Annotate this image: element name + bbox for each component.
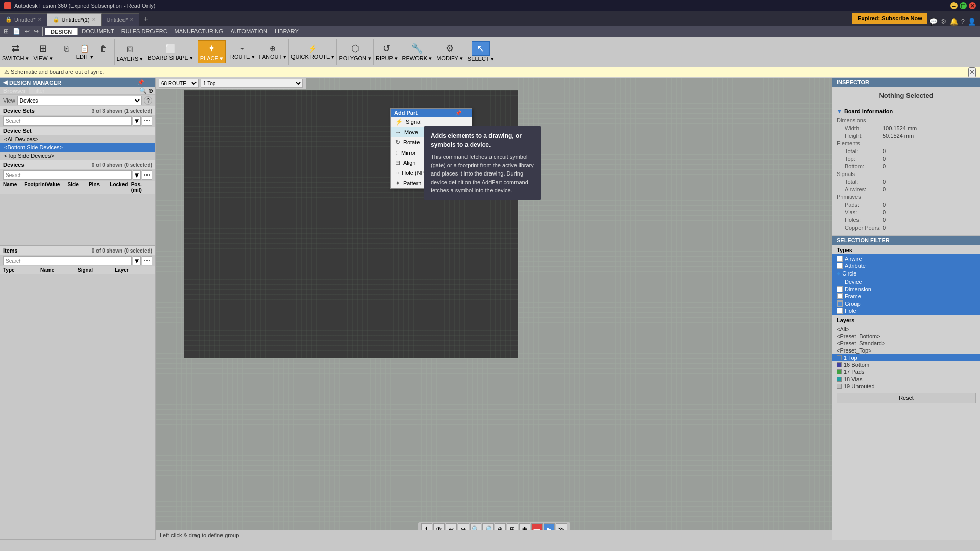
devices-dropdown-button[interactable]: ▼ xyxy=(133,170,141,180)
panel-zoom-button[interactable]: ⊕ xyxy=(148,87,153,94)
view-help-button[interactable]: ? xyxy=(144,96,152,105)
type-airwire[interactable]: Airwire xyxy=(832,255,980,262)
route-button[interactable]: ⌁ xyxy=(233,43,252,54)
type-hole-checkbox[interactable] xyxy=(837,308,843,314)
device-sets-search-input[interactable] xyxy=(3,116,132,126)
type-device[interactable]: — Device xyxy=(832,278,980,286)
device-sets-more-button[interactable]: ⋯ xyxy=(142,116,152,126)
type-airwire-checkbox[interactable] xyxy=(837,256,843,262)
minimize-button[interactable]: – xyxy=(950,2,958,9)
place-button[interactable]: ✦ xyxy=(202,42,220,55)
sync-mode-select[interactable]: 68 ROUTE - xyxy=(159,79,199,88)
add-tab-button[interactable]: + xyxy=(139,13,152,26)
items-dropdown-button[interactable]: ▼ xyxy=(133,256,141,265)
collapse-icon[interactable]: ◀ xyxy=(3,79,7,86)
close-button[interactable]: ✕ xyxy=(969,2,976,9)
tab-close-button[interactable]: ✕ xyxy=(130,17,134,22)
layer-preset-top-label: <Preset_Top> xyxy=(837,347,872,354)
settings-icon[interactable]: ⚙ xyxy=(941,18,947,26)
switch-button[interactable]: ⇄ xyxy=(6,42,24,55)
copy-button[interactable]: ⎘ xyxy=(57,43,76,54)
list-item-all-devices[interactable]: <All Devices> xyxy=(0,135,155,143)
layer-all[interactable]: <All> xyxy=(832,325,980,333)
type-hole[interactable]: Hole xyxy=(832,307,980,314)
panel-more-button[interactable]: ⋯ xyxy=(146,79,152,86)
items-more-button[interactable]: ⋯ xyxy=(142,256,152,265)
redo-button[interactable]: ↪ xyxy=(32,28,40,35)
canvas-area[interactable]: 68 ROUTE - 1 Top ℹ 👁 ↩ ↪ 🔍 🔎 ⊕ ⊞ ✚ — ▶ ≫ xyxy=(156,78,832,540)
rework-button[interactable]: 🔧 xyxy=(408,42,426,55)
dropdown-item-signal[interactable]: ⚡ Signal xyxy=(391,117,472,127)
apps-button[interactable]: ⊞ xyxy=(2,28,10,35)
tab-browser[interactable]: Browser xyxy=(0,87,29,94)
tab-untitled2[interactable]: 🔒 Untitled*(1) ✕ xyxy=(47,13,102,26)
file-button[interactable]: 📄 xyxy=(11,28,22,35)
panel-search-button[interactable]: 🔍 xyxy=(139,87,147,94)
type-circle[interactable]: ● Circle xyxy=(832,269,980,278)
type-frame[interactable]: Frame xyxy=(832,293,980,300)
dropdown-more-button[interactable]: ⋯ xyxy=(463,110,469,116)
layer-preset-standard[interactable]: <Preset_Standard> xyxy=(832,340,980,347)
devices-search-input[interactable] xyxy=(3,170,132,180)
layer-19-unrouted[interactable]: 19 Unrouted xyxy=(832,383,980,390)
items-search-input[interactable] xyxy=(3,256,132,265)
fanout-button[interactable]: ⊕ xyxy=(263,43,282,54)
select-button[interactable]: ↖ xyxy=(472,41,490,56)
comment-icon[interactable]: 💬 xyxy=(929,18,938,26)
reset-button[interactable]: Reset xyxy=(837,393,976,403)
menu-manufacturing[interactable]: MANUFACTURING xyxy=(172,28,227,35)
board-shape-button[interactable]: ⬜ xyxy=(161,43,180,55)
layer-18-vias[interactable]: 18 Vias xyxy=(832,375,980,383)
notification-icon[interactable]: 🔔 xyxy=(950,18,958,26)
type-attribute[interactable]: Attribute xyxy=(832,262,980,269)
menu-library[interactable]: LIBRARY xyxy=(272,28,302,35)
board-info-header[interactable]: ▼ Board Information xyxy=(837,108,976,114)
undo-button[interactable]: ↩ xyxy=(23,28,31,35)
modify-button[interactable]: ⚙ xyxy=(440,42,459,55)
ripup-button[interactable]: ↺ xyxy=(377,42,396,55)
layer-17-pads[interactable]: 17 Pads xyxy=(832,368,980,375)
menu-automation[interactable]: AUTOMATION xyxy=(228,28,271,35)
type-dimension[interactable]: Dimension xyxy=(832,286,980,293)
view-button[interactable]: ⊞ xyxy=(34,42,52,55)
dropdown-pin-button[interactable]: 📌 xyxy=(455,110,461,116)
menu-document[interactable]: DOCUMENT xyxy=(79,28,117,35)
type-group[interactable]: Group xyxy=(832,300,980,307)
menu-design[interactable]: DESIGN xyxy=(45,28,78,35)
tab-filter[interactable]: Filter xyxy=(29,87,47,94)
subscribe-button[interactable]: Expired: Subscribe Now xyxy=(852,13,927,24)
type-group-checkbox[interactable] xyxy=(837,300,843,307)
menu-rules[interactable]: RULES DRC/ERC xyxy=(118,28,170,35)
col-pos: Pos. (mil) xyxy=(131,182,152,193)
panel-pin-button[interactable]: 📌 xyxy=(137,79,144,86)
quick-route-button[interactable]: ⚡ xyxy=(304,43,322,54)
alert-close-button[interactable]: ✕ xyxy=(968,67,976,77)
user-icon[interactable]: 👤 xyxy=(968,18,976,26)
layer-16-bottom[interactable]: 16 Bottom xyxy=(832,361,980,368)
devices-more-button[interactable]: ⋯ xyxy=(142,170,152,180)
polygon-button[interactable]: ⬡ xyxy=(346,42,364,55)
layer-preset-bottom[interactable]: <Preset_Bottom> xyxy=(832,333,980,340)
delete-button[interactable]: 🗑 xyxy=(94,43,112,54)
list-item-top-side[interactable]: <Top Side Devices> xyxy=(0,152,155,160)
device-sets-dropdown-button[interactable]: ▼ xyxy=(133,116,141,126)
tab-label: Untitled* xyxy=(107,17,128,23)
paste-button[interactable]: 📋 xyxy=(76,43,94,54)
tab-untitled3[interactable]: Untitled* ✕ xyxy=(102,13,140,26)
layer-select[interactable]: 1 Top xyxy=(201,79,303,88)
maximize-button[interactable]: □ xyxy=(960,2,967,9)
tab-close-button[interactable]: ✕ xyxy=(92,17,96,22)
help-icon[interactable]: ? xyxy=(961,18,965,26)
view-select[interactable]: Devices xyxy=(17,96,142,105)
tab-untitled1[interactable]: 🔒 Untitled* ✕ xyxy=(0,13,47,26)
layers-button[interactable]: ⧈ xyxy=(120,42,139,56)
type-attribute-checkbox[interactable] xyxy=(837,263,843,269)
tab-close-button[interactable]: ✕ xyxy=(38,17,42,22)
vias-label: Vias: xyxy=(845,209,883,215)
layer-1-top[interactable]: 1 Top xyxy=(832,354,980,361)
list-item-bottom-side[interactable]: <Bottom Side Devices> xyxy=(0,143,155,152)
layer-preset-top[interactable]: <Preset_Top> xyxy=(832,347,980,354)
type-dimension-checkbox[interactable] xyxy=(837,286,843,292)
tooltip-body: This command fetches a circuit symbol (g… xyxy=(431,153,534,195)
type-frame-checkbox[interactable] xyxy=(837,293,843,299)
